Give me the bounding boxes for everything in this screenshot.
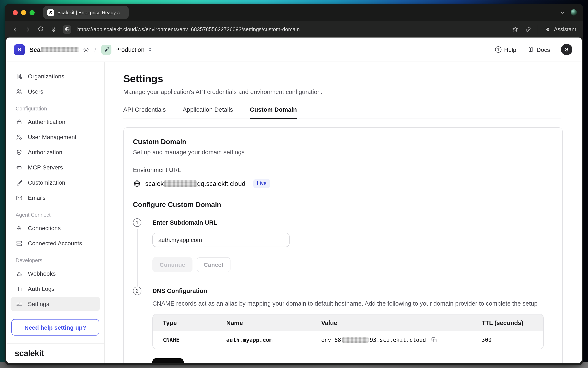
assistant-label: Assistant bbox=[554, 26, 576, 32]
help-question-icon bbox=[495, 46, 502, 53]
browser-tabbar: S Scalekit | Enterprise Ready A bbox=[5, 4, 583, 21]
sidebar-item-organizations[interactable]: Organizations bbox=[10, 69, 100, 83]
sidebar-item-connected-accounts[interactable]: Connected Accounts bbox=[10, 236, 100, 250]
urlbar-divider bbox=[538, 25, 538, 34]
tab-api-credentials[interactable]: API Credentials bbox=[123, 106, 166, 118]
sidebar-item-authentication[interactable]: Authentication bbox=[10, 115, 100, 129]
envelope-icon bbox=[16, 194, 23, 201]
breadcrumb-separator: / bbox=[95, 46, 96, 53]
tab-title: Scalekit | Enterprise Ready A bbox=[58, 10, 125, 15]
sidebar-item-users[interactable]: Users bbox=[10, 84, 100, 99]
live-status-badge: Live bbox=[253, 179, 270, 188]
reload-button[interactable] bbox=[37, 26, 44, 33]
configure-custom-domain-title: Configure Custom Domain bbox=[133, 201, 553, 209]
robot-icon bbox=[16, 164, 23, 171]
step-1-title: Enter Subdomain URL bbox=[152, 218, 553, 227]
browser-window: S Scalekit | Enterprise Ready A bbox=[5, 4, 583, 365]
scalekit-app: S Sca / Production bbox=[6, 37, 582, 363]
sidebar: Organizations Users Configuration Authen… bbox=[6, 62, 105, 363]
sidebar-item-auth-logs[interactable]: Auth Logs bbox=[10, 282, 100, 296]
assistant-icon bbox=[544, 26, 551, 33]
building-icon bbox=[16, 73, 23, 80]
sidebar-footer: scalekit bbox=[6, 343, 104, 363]
workspace-logo[interactable]: S bbox=[14, 44, 25, 55]
forward-button[interactable] bbox=[24, 26, 31, 33]
dns-configuration-description: CNAME records act as an alias by mapping… bbox=[152, 300, 553, 307]
browser-profile-avatar[interactable] bbox=[571, 9, 577, 16]
zoom-window-button[interactable] bbox=[29, 10, 35, 15]
sidebar-section-developers: Developers bbox=[6, 258, 104, 263]
page-subtitle: Manage your application's API credential… bbox=[123, 89, 560, 95]
user-gear-icon bbox=[16, 133, 23, 141]
workspace-settings-gear-icon[interactable] bbox=[83, 46, 89, 53]
scalekit-wordmark: scalekit bbox=[15, 348, 44, 358]
column-header-ttl: TTL (seconds) bbox=[472, 319, 543, 326]
workspace-name[interactable]: Sca bbox=[29, 46, 78, 53]
settings-tabs: API Credentials Application Details Cust… bbox=[123, 106, 560, 119]
cancel-button[interactable]: Cancel bbox=[196, 257, 230, 272]
step-1-number: 1 bbox=[133, 218, 141, 227]
configure-steps: 1 Enter Subdomain URL Continue Cancel bbox=[133, 218, 553, 363]
main-content: Settings Manage your application's API c… bbox=[105, 62, 582, 363]
copy-link-icon[interactable] bbox=[525, 26, 532, 33]
browser-tab[interactable]: S Scalekit | Enterprise Ready A bbox=[43, 6, 129, 19]
column-header-type: Type bbox=[153, 319, 216, 326]
sidebar-item-customization[interactable]: Customization bbox=[10, 175, 100, 190]
step-1: 1 Enter Subdomain URL Continue Cancel bbox=[133, 218, 553, 287]
redacted-environment-url bbox=[164, 180, 197, 187]
app-header: S Sca / Production bbox=[6, 37, 582, 62]
bookmark-star-icon[interactable] bbox=[512, 26, 519, 33]
user-avatar[interactable]: S bbox=[561, 44, 572, 55]
minimize-window-button[interactable] bbox=[21, 10, 26, 15]
need-help-button[interactable]: Need help setting up? bbox=[11, 319, 99, 336]
docs-button[interactable]: Docs bbox=[527, 46, 550, 53]
sidebar-item-webhooks[interactable]: Webhooks bbox=[10, 267, 100, 281]
sidebar-item-authorization[interactable]: Authorization bbox=[10, 145, 100, 159]
shield-check-icon bbox=[16, 149, 23, 156]
book-icon bbox=[527, 46, 534, 53]
assistant-button[interactable]: Assistant bbox=[544, 26, 576, 33]
continue-button[interactable]: Continue bbox=[152, 257, 192, 272]
close-window-button[interactable] bbox=[13, 10, 18, 15]
help-button[interactable]: Help bbox=[495, 46, 516, 53]
tab-custom-domain[interactable]: Custom Domain bbox=[250, 106, 297, 118]
environment-url-row: scalek gq.scalekit.cloud Live bbox=[133, 179, 553, 188]
back-button[interactable] bbox=[12, 26, 19, 33]
sidebar-section-configuration: Configuration bbox=[6, 106, 104, 112]
environment-selector-caret-icon[interactable] bbox=[147, 47, 153, 52]
desktop: S Scalekit | Enterprise Ready A bbox=[0, 0, 588, 368]
microphone-icon[interactable] bbox=[50, 26, 57, 33]
sidebar-item-connections[interactable]: Connections bbox=[10, 221, 100, 235]
webhook-icon bbox=[16, 270, 23, 277]
site-info-icon[interactable] bbox=[63, 25, 71, 34]
sidebar-item-mcp-servers[interactable]: MCP Servers bbox=[10, 160, 100, 175]
subdomain-input[interactable] bbox=[152, 233, 289, 247]
redacted-workspace-name bbox=[41, 47, 78, 52]
environment-selector[interactable]: Production bbox=[115, 46, 145, 53]
sidebar-item-emails[interactable]: Emails bbox=[10, 191, 100, 205]
copy-icon bbox=[431, 337, 437, 343]
column-header-value: Value bbox=[311, 319, 472, 326]
page-title: Settings bbox=[123, 73, 560, 85]
url-text[interactable]: https://app.scalekit.cloud/ws/environmen… bbox=[77, 26, 300, 32]
globe-icon bbox=[133, 180, 141, 188]
verify-button[interactable]: Verify bbox=[152, 358, 184, 363]
sidebar-item-settings[interactable]: Settings bbox=[10, 297, 100, 311]
chevron-down-icon[interactable] bbox=[559, 9, 566, 16]
record-ttl-cell: 300 bbox=[472, 337, 543, 343]
server-stack-icon bbox=[16, 240, 23, 247]
record-type-cell: CNAME bbox=[153, 337, 216, 343]
sidebar-item-user-management[interactable]: User Management bbox=[10, 130, 100, 144]
copy-value-button[interactable] bbox=[431, 337, 437, 343]
environment-rocket-icon bbox=[101, 45, 111, 55]
dns-table-row: CNAME auth.myapp.com env_68 93.scalekit.… bbox=[153, 331, 543, 349]
sidebar-section-agent-connect: Agent Connect bbox=[6, 212, 104, 218]
card-title: Custom Domain bbox=[133, 138, 553, 146]
browser-urlbar: https://app.scalekit.cloud/ws/environmen… bbox=[5, 21, 583, 37]
dns-table-header: Type Name Value TTL (seconds) bbox=[153, 314, 543, 331]
step-2-number: 2 bbox=[133, 287, 141, 295]
window-controls bbox=[13, 10, 35, 15]
dns-records-table: Type Name Value TTL (seconds) CNAME auth… bbox=[152, 314, 544, 349]
step-2-title: DNS Configuration bbox=[152, 287, 553, 295]
tab-application-details[interactable]: Application Details bbox=[183, 106, 233, 118]
